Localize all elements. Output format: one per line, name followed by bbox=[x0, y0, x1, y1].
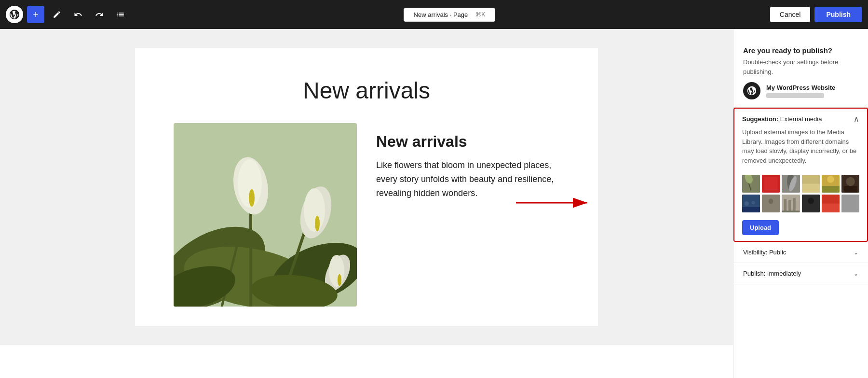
suggestion-label: Suggestion: External media bbox=[742, 115, 822, 123]
svg-point-32 bbox=[827, 176, 834, 183]
content-body: Like flowers that bloom in unexpected pl… bbox=[376, 158, 559, 200]
publish-panel-desc: Double-check your settings before publis… bbox=[743, 57, 858, 76]
toolbar: + New arrivals · Page ⌘K Cancel Publish bbox=[0, 0, 868, 29]
visibility-chevron-icon: ⌄ bbox=[854, 249, 858, 256]
svg-rect-37 bbox=[742, 207, 760, 212]
toolbar-right: Cancel Publish bbox=[770, 6, 862, 23]
page-title-button[interactable]: New arrivals · Page ⌘K bbox=[404, 8, 496, 22]
svg-rect-35 bbox=[843, 186, 857, 193]
edit-icon-button[interactable] bbox=[48, 6, 66, 23]
toolbar-center: New arrivals · Page ⌘K bbox=[133, 8, 766, 22]
list-view-button[interactable] bbox=[112, 6, 129, 23]
image-thumb-12[interactable] bbox=[841, 195, 859, 212]
page-title-shortcut: ⌘K bbox=[475, 11, 485, 18]
publish-row[interactable]: Publish: Immediately ⌄ bbox=[733, 263, 868, 284]
image-thumb-3[interactable] bbox=[782, 175, 800, 193]
image-thumb-10[interactable] bbox=[802, 195, 820, 212]
svg-point-15 bbox=[338, 274, 341, 286]
page-heading: New arrivals bbox=[174, 77, 559, 104]
svg-point-39 bbox=[752, 201, 755, 204]
cancel-button[interactable]: Cancel bbox=[770, 6, 811, 23]
suggestion-body: Upload external images to the Media Libr… bbox=[734, 127, 867, 171]
wp-site-icon bbox=[743, 82, 760, 99]
page-title-label: New arrivals · Page bbox=[414, 11, 468, 18]
svg-rect-45 bbox=[788, 200, 791, 211]
canvas-inner: New arrivals bbox=[135, 48, 598, 326]
canvas-wrapper: New arrivals bbox=[0, 29, 733, 378]
canvas: New arrivals bbox=[0, 29, 733, 345]
svg-rect-29 bbox=[802, 184, 820, 193]
svg-point-34 bbox=[846, 177, 855, 186]
publish-button[interactable]: Publish bbox=[814, 7, 862, 22]
image-thumb-11[interactable] bbox=[822, 195, 840, 212]
svg-point-50 bbox=[808, 198, 814, 204]
svg-rect-44 bbox=[784, 199, 787, 211]
wp-site-row: My WordPress Website bbox=[743, 82, 858, 99]
wp-site-name: My WordPress Website bbox=[766, 84, 835, 91]
image-thumb-8[interactable] bbox=[762, 195, 780, 212]
visibility-label: Visibility: Public bbox=[743, 249, 786, 256]
image-thumb-2[interactable] bbox=[762, 175, 780, 193]
image-thumb-1[interactable] bbox=[742, 175, 760, 193]
publish-row-label: Publish: Immediately bbox=[743, 270, 801, 277]
flower-image bbox=[174, 123, 357, 307]
content-subheading: New arrivals bbox=[376, 133, 559, 151]
image-thumb-7[interactable] bbox=[742, 195, 760, 212]
svg-point-12 bbox=[315, 216, 320, 231]
svg-rect-47 bbox=[782, 211, 800, 213]
wp-logo bbox=[6, 6, 23, 23]
main: New arrivals bbox=[0, 29, 868, 378]
wp-site-url bbox=[766, 93, 824, 98]
upload-button[interactable]: Upload bbox=[742, 220, 779, 235]
image-thumb-4[interactable] bbox=[802, 175, 820, 193]
suggestion-type: External media bbox=[780, 115, 822, 123]
image-thumb-6[interactable] bbox=[841, 175, 859, 193]
publish-chevron-icon: ⌄ bbox=[854, 270, 858, 277]
undo-button[interactable] bbox=[69, 6, 87, 23]
suggestion-box: Suggestion: External media ∧ Upload exte… bbox=[733, 108, 868, 242]
publish-panel: Are you ready to publish? Double-check y… bbox=[733, 39, 868, 108]
svg-point-14 bbox=[329, 255, 344, 287]
content-row: New arrivals Like flowers that bloom in … bbox=[174, 123, 559, 307]
add-block-button[interactable]: + bbox=[27, 6, 44, 23]
svg-rect-31 bbox=[822, 186, 840, 193]
svg-rect-52 bbox=[822, 204, 840, 213]
svg-point-42 bbox=[769, 199, 773, 204]
image-thumb-9[interactable] bbox=[782, 195, 800, 212]
visibility-row[interactable]: Visibility: Public ⌄ bbox=[733, 242, 868, 263]
svg-point-38 bbox=[745, 201, 749, 206]
svg-rect-46 bbox=[793, 198, 796, 212]
svg-rect-24 bbox=[764, 177, 778, 191]
wp-site-info: My WordPress Website bbox=[766, 84, 835, 98]
content-text: New arrivals Like flowers that bloom in … bbox=[376, 123, 559, 200]
suggestion-keyword: Suggestion: bbox=[742, 115, 778, 123]
chevron-up-icon[interactable]: ∧ bbox=[854, 114, 859, 124]
svg-rect-53 bbox=[841, 195, 859, 212]
right-sidebar: Are you ready to publish? Double-check y… bbox=[733, 29, 868, 378]
image-grid bbox=[734, 171, 867, 216]
redo-button[interactable] bbox=[91, 6, 108, 23]
image-thumb-5[interactable] bbox=[822, 175, 840, 193]
publish-panel-title: Are you ready to publish? bbox=[743, 46, 858, 55]
svg-point-11 bbox=[304, 188, 325, 232]
suggestion-header: Suggestion: External media ∧ bbox=[734, 109, 867, 127]
svg-point-9 bbox=[249, 189, 255, 207]
